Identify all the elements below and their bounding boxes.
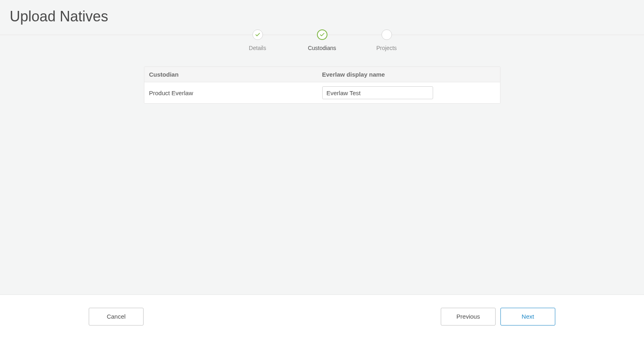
step-custodians[interactable]: Custodians xyxy=(290,29,354,51)
page-title: Upload Natives xyxy=(10,8,634,25)
table-header: Custodian Everlaw display name xyxy=(144,67,500,82)
step-custodians-label: Custodians xyxy=(308,45,336,51)
table-row: Product Everlaw xyxy=(144,82,500,103)
content-area: Custodian Everlaw display name Product E… xyxy=(0,67,644,104)
stepper: Details Custodians Projects xyxy=(0,29,644,51)
step-projects-label: Projects xyxy=(376,45,397,51)
display-name-cell xyxy=(322,86,495,99)
custodian-table: Custodian Everlaw display name Product E… xyxy=(144,67,500,104)
next-button[interactable]: Next xyxy=(500,308,555,325)
step-details[interactable]: Details xyxy=(225,29,290,51)
cancel-button[interactable]: Cancel xyxy=(89,308,144,325)
check-icon xyxy=(255,32,261,38)
step-details-label: Details xyxy=(249,45,266,51)
step-custodians-circle xyxy=(317,29,327,40)
step-details-circle xyxy=(252,29,263,40)
custodian-name: Product Everlaw xyxy=(149,90,322,96)
check-icon xyxy=(319,32,325,38)
column-header-display-name: Everlaw display name xyxy=(322,71,495,78)
previous-button[interactable]: Previous xyxy=(441,308,496,325)
step-projects[interactable]: Projects xyxy=(354,29,419,51)
display-name-input[interactable] xyxy=(322,86,433,99)
column-header-custodian: Custodian xyxy=(149,71,322,78)
footer: Cancel Previous Next xyxy=(0,294,644,338)
footer-right: Previous Next xyxy=(441,308,555,325)
step-projects-circle xyxy=(381,29,392,40)
